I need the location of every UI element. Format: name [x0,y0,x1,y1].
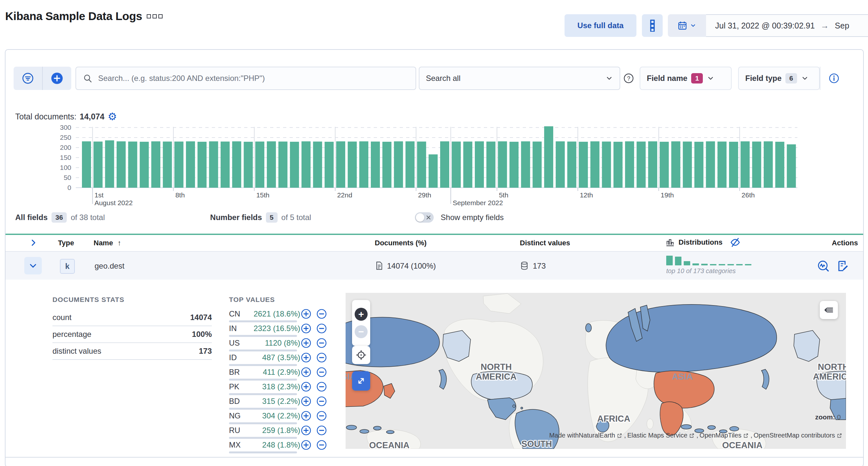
doc-count-bar [706,141,715,188]
svg-text:15th: 15th [256,191,270,199]
field-name-filter[interactable]: Field name 1 [640,67,732,90]
attribution-separator: , [750,432,752,439]
doc-count-bar [394,141,403,188]
geo-choropleth-map[interactable]: NORTH AMERICA NORTH AMERICA ASIA ASIA AF… [346,293,846,449]
doc-count-bar [186,141,195,188]
filter-for-value-button[interactable] [301,338,311,348]
search-help-button[interactable]: ? [623,73,634,84]
doc-count-bar [405,141,414,188]
header-type[interactable]: Type [58,239,74,247]
doc-count-bar [625,141,634,188]
filter-for-value-button[interactable] [301,309,311,319]
filter-for-value-button[interactable] [301,323,311,334]
calendar-icon [678,21,687,30]
hide-distributions-icon[interactable] [730,237,741,248]
filter-out-value-button[interactable] [316,440,327,450]
crosshair-icon [355,350,367,361]
date-range-display[interactable]: Jul 31, 2022 @ 00:39:02.91 → Sep [706,14,868,37]
attribution-link[interactable]: OpenMapTiles [700,432,741,439]
doc-count-bar [302,141,311,188]
info-in-circle-icon [829,73,839,84]
search-all-select[interactable]: Search all [419,67,620,90]
filter-out-value-button[interactable] [316,323,327,334]
stat-value: 100% [192,330,212,339]
all-fields-label: All fields [15,213,48,222]
filter-for-value-button[interactable] [301,411,311,421]
map-legend-collapse-button[interactable] [820,301,838,319]
header-distinct-values[interactable]: Distinct values [520,239,570,247]
header-documents[interactable]: Documents (%) [375,239,427,247]
svg-text:22nd: 22nd [337,191,352,199]
svg-text:200: 200 [60,144,71,151]
header-name[interactable]: Name ↑ [94,239,121,247]
documents-stats-table: count14074percentage100%distinct values1… [53,309,212,360]
apps-menu-button[interactable] [642,14,663,37]
svg-text:100: 100 [60,164,71,171]
filter-for-value-button[interactable] [301,396,311,406]
map-zoom-in-button[interactable]: + [355,308,368,321]
filter-out-value-button[interactable] [316,411,327,421]
doc-count-bar [521,141,530,188]
divider [820,67,820,90]
gear-icon[interactable]: ⚙ [107,111,117,122]
info-button[interactable] [829,73,839,84]
top-value-count: 2323 (16.5%) [254,324,300,333]
stat-value: 173 [199,346,212,356]
attribution-link[interactable]: NaturalEarth [579,432,615,439]
attribution-link[interactable]: OpenStreetMap contributors [754,432,835,439]
doc-count-bar [267,141,276,188]
filter-for-value-button[interactable] [301,440,311,450]
collapse-row-button[interactable] [24,257,42,274]
page-header: Kibana Sample Data Logs [5,10,163,23]
expand-all-button[interactable] [29,238,38,247]
svg-text:September 2022: September 2022 [453,199,503,206]
view-in-lens-button[interactable] [817,260,830,272]
svg-text:?: ? [627,75,630,82]
filter-out-value-button[interactable] [316,353,327,363]
top-value-row: ID487 (3.5%) [229,353,330,368]
toggle-knob [416,213,424,222]
histogram-icon [665,238,675,247]
menu-left-icon [823,304,834,315]
detail-bottom-divider [5,457,863,458]
stat-row: count14074 [53,309,212,326]
map-zoom-level: zoom: 0 [815,413,841,421]
use-full-data-button[interactable]: Use full data [564,14,637,37]
map-zoom-out-button[interactable]: − [355,325,368,338]
add-filter-button[interactable] [42,67,71,90]
filter-in-circle-button[interactable] [13,67,42,90]
map-fit-to-data-button[interactable] [352,346,370,364]
doc-count-bar [717,141,726,188]
doc-count-bar [694,142,704,188]
number-fields-total: of 5 total [281,213,311,222]
filter-for-value-button[interactable] [301,425,311,436]
date-picker-quick-menu[interactable] [668,14,706,37]
total-documents: Total documents: 14,074 ⚙ [15,111,117,122]
filter-out-value-button[interactable] [316,381,327,392]
doc-count-bar [452,141,461,188]
map-expand-button[interactable] [352,371,370,391]
doc-count-bar [232,141,241,188]
filter-out-value-button[interactable] [316,309,327,319]
filter-out-value-button[interactable] [316,396,327,406]
header-distributions[interactable]: Distributions [665,237,741,248]
filter-out-value-button[interactable] [316,338,327,348]
date-range-picker[interactable]: Jul 31, 2022 @ 00:39:02.91 → Sep [668,14,868,37]
filter-for-value-button[interactable] [301,353,311,363]
filter-out-value-button[interactable] [316,367,327,377]
stat-value: 14074 [190,313,212,322]
total-documents-value: 14,074 [80,112,104,121]
field-row-geo-dest[interactable]: k geo.dest 14074 (100%) 173 top 10 of 17… [5,251,863,281]
doc-count-bar [463,141,472,188]
field-type-filter[interactable]: Field type 6 [738,67,820,90]
filter-for-value-button[interactable] [301,367,311,377]
top-value-row: MX248 (1.8%) [229,440,330,455]
show-empty-fields-toggle[interactable] [415,212,434,223]
edit-data-view-field-button[interactable] [837,260,849,272]
breadcrumb-ellipsis-icon[interactable] [147,14,163,19]
filter-out-value-button[interactable] [316,425,327,436]
filter-for-value-button[interactable] [301,381,311,392]
documents-stats-title: DOCUMENTS STATS [53,296,124,304]
search-input[interactable] [97,73,408,83]
attribution-link[interactable]: Elastic Maps Service [627,432,688,439]
